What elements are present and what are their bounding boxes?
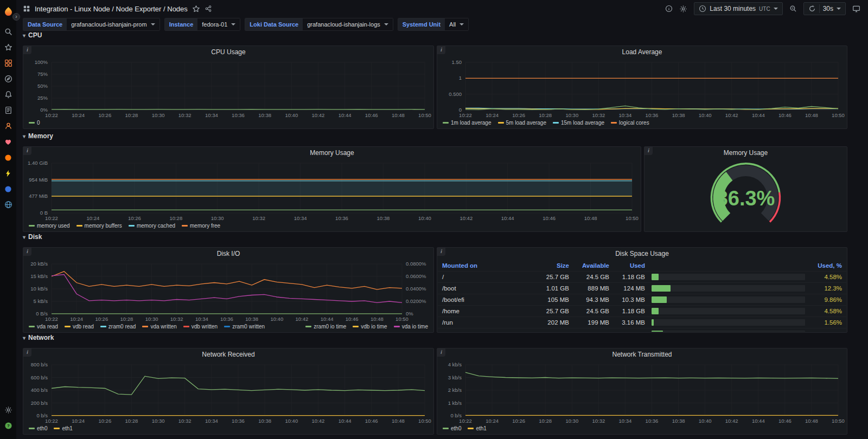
sidebar-expand-button[interactable]	[12, 13, 20, 21]
legend-item[interactable]: zram0 read	[100, 324, 136, 330]
sidebar-item-search[interactable]	[0, 24, 16, 40]
sidebar-item-plugin-orange-app[interactable]	[0, 150, 16, 165]
panel-title[interactable]: Memory Usage	[23, 147, 641, 159]
dashboard-info-icon[interactable]	[665, 5, 673, 12]
filter-value-dropdown[interactable]: All	[445, 18, 468, 30]
table-row[interactable]: /run202 MB199 MB3.16 MB1.56%	[438, 317, 846, 328]
network-received-chart[interactable]: 10:2210:2410:2610:2810:3010:3210:3410:36…	[24, 360, 432, 433]
sidebar-item-users[interactable]	[0, 118, 16, 134]
svg-text:10:30: 10:30	[565, 112, 578, 118]
cell-usage-bar	[645, 274, 812, 280]
legend-item[interactable]: vda io time	[394, 324, 428, 330]
cell-size: 1.01 GB	[534, 285, 569, 292]
svg-text:10:50: 10:50	[418, 112, 431, 118]
panel-title[interactable]: Load Average	[437, 46, 847, 58]
sidebar-item-alerting[interactable]	[0, 87, 16, 102]
panel-info-icon[interactable]	[23, 348, 31, 357]
legend-item[interactable]: eth0	[29, 425, 47, 431]
legend-item[interactable]: vda written	[142, 324, 176, 330]
dashboard-settings-icon[interactable]	[679, 5, 687, 13]
share-dashboard-icon[interactable]	[205, 5, 212, 12]
refresh-picker[interactable]: 30s	[803, 2, 846, 15]
panel-info-icon[interactable]	[644, 147, 653, 155]
sidebar-item-plugin-lightning[interactable]	[0, 165, 16, 181]
panel-info-icon[interactable]	[23, 248, 31, 256]
legend-item[interactable]: 15m load average	[553, 120, 604, 126]
sidebar-item-explore[interactable]	[0, 71, 16, 87]
sidebar-item-configuration[interactable]	[0, 402, 16, 418]
legend-item[interactable]: zram0 written	[224, 324, 265, 330]
panel-title[interactable]: CPU Usage	[23, 46, 433, 58]
table-row[interactable]: /home25.7 GB24.5 GB1.18 GB4.58%	[438, 306, 846, 317]
load-average-chart[interactable]: 10:2210:2410:2610:2810:3010:3210:3410:36…	[438, 58, 846, 127]
legend-item[interactable]: vda read	[29, 324, 58, 330]
legend-item[interactable]: memory used	[29, 223, 70, 229]
filter-value-dropdown[interactable]: fedora-01	[197, 18, 240, 30]
svg-text:4 kb/s: 4 kb/s	[448, 361, 462, 367]
panel-info-icon[interactable]	[437, 248, 445, 256]
breadcrumb[interactable]: Integration - Linux Node / Node Exporter…	[35, 5, 188, 13]
legend-item[interactable]: vdb read	[65, 324, 94, 330]
panel-info-icon[interactable]	[437, 348, 445, 357]
sidebar-item-plugin-blue-app[interactable]	[0, 181, 16, 197]
legend-item[interactable]: logical cores	[611, 120, 649, 126]
col-header-used[interactable]: Used	[609, 262, 645, 269]
table-row[interactable]: /25.7 GB24.5 GB1.18 GB4.58%	[438, 272, 846, 283]
disk-io-chart[interactable]: 10:2210:2410:2610:2810:3010:3210:3410:36…	[24, 260, 432, 331]
panel-info-icon[interactable]	[23, 147, 31, 155]
legend-item[interactable]: zram0 io time	[305, 324, 346, 330]
svg-text:10:26: 10:26	[95, 316, 108, 322]
panel-title[interactable]: Network Received	[23, 348, 433, 360]
memory-usage-chart[interactable]: 10:2210:2410:2610:2810:3010:3210:3410:36…	[24, 159, 640, 230]
panel-title[interactable]: Network Transmitted	[437, 348, 847, 360]
panel-info-icon[interactable]	[23, 46, 31, 54]
legend-item[interactable]: 1m load average	[443, 120, 492, 126]
legend-item[interactable]: memory free	[182, 223, 220, 229]
row-header-memory[interactable]: Memory	[23, 132, 53, 140]
filter-value-dropdown[interactable]: grafanacloud-ishanjain-logs	[303, 18, 393, 30]
sidebar-item-documents[interactable]	[0, 102, 16, 118]
filter-value-dropdown[interactable]: grafanacloud-ishanjain-prom	[67, 18, 159, 30]
panel-info-icon[interactable]	[437, 46, 445, 54]
legend-item[interactable]: memory cached	[129, 223, 175, 229]
sidebar-item-plugin-health[interactable]	[0, 134, 16, 150]
legend-item[interactable]: eth1	[54, 425, 72, 431]
panel-title[interactable]: Disk Space Usage	[437, 248, 847, 260]
col-header-size[interactable]: Size	[534, 262, 569, 269]
legend-item[interactable]: 5m load average	[498, 120, 547, 126]
series-color-swatch	[129, 225, 135, 227]
col-header-used-pct[interactable]: Used, %	[812, 262, 842, 269]
legend-item[interactable]: vdb written	[183, 324, 218, 330]
legend-item[interactable]: eth1	[468, 425, 486, 431]
col-header-mounted-on[interactable]: Mounted on	[442, 262, 534, 269]
svg-text:0.0800%: 0.0800%	[406, 261, 426, 267]
table-row[interactable]: /tmp595 MB461 MB44.0 MB7.39%	[438, 328, 846, 332]
legend-item[interactable]: vdb io time	[353, 324, 387, 330]
filter-loki-data-source: Loki Data Sourcegrafanacloud-ishanjain-l…	[245, 18, 393, 31]
legend-item[interactable]: memory buffers	[76, 223, 122, 229]
svg-text:10:36: 10:36	[335, 215, 348, 221]
sidebar-item-starred[interactable]	[0, 40, 16, 55]
row-header-cpu[interactable]: CPU	[23, 31, 42, 40]
row-header-network[interactable]: Network	[23, 333, 54, 342]
panel-title[interactable]: Memory Usage	[644, 147, 847, 159]
sidebar-item-dashboards[interactable]	[0, 55, 16, 71]
time-range-picker[interactable]: Last 30 minutes UTC	[694, 2, 782, 15]
table-row[interactable]: /boot/efi105 MB94.3 MB10.3 MB9.86%	[438, 294, 846, 306]
legend-item[interactable]: eth0	[443, 425, 461, 431]
legend-item[interactable]: 0	[29, 120, 40, 126]
cpu-usage-chart[interactable]: 10:2210:2410:2610:2810:3010:3210:3410:36…	[24, 58, 432, 127]
star-dashboard-icon[interactable]	[192, 5, 200, 13]
row-header-disk[interactable]: Disk	[23, 233, 42, 241]
memory-usage-gauge[interactable]: 36.3%	[646, 159, 846, 230]
zoom-out-icon[interactable]	[789, 5, 797, 12]
network-transmitted-chart[interactable]: 10:2210:2410:2610:2810:3010:3210:3410:36…	[438, 360, 846, 433]
refresh-icon[interactable]	[808, 5, 816, 12]
tv-mode-icon[interactable]	[852, 5, 860, 13]
panel-title[interactable]: Disk I/O	[23, 248, 433, 260]
refresh-interval-label[interactable]: 30s	[823, 5, 833, 12]
sidebar-item-help[interactable]: ?	[0, 418, 16, 434]
sidebar-item-plugin-web[interactable]	[0, 197, 16, 212]
table-row[interactable]: /boot1.01 GB889 MB124 MB12.3%	[438, 283, 846, 294]
col-header-available[interactable]: Available	[569, 262, 609, 269]
